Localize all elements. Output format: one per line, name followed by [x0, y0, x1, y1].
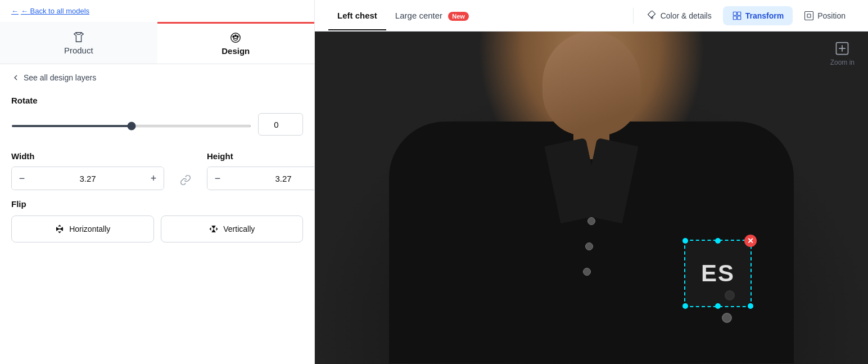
tab-product-label: Product — [64, 46, 93, 55]
height-group: Height − + — [207, 151, 315, 190]
rotate-input[interactable] — [258, 113, 303, 136]
placement-tab-left-chest[interactable]: Left chest — [328, 2, 386, 30]
tab-product[interactable]: Product — [0, 22, 157, 64]
flip-section: Flip Horizontally Vertically — [0, 199, 314, 254]
placement-tabs: Left chest Large center New — [328, 2, 629, 30]
dimensions-section: Width − + Height − — [0, 145, 314, 199]
canvas-area: ES ✕ Zoom in — [315, 32, 868, 364]
back-link-label: ← Back to all models — [21, 7, 89, 15]
height-decrement-button[interactable]: − — [207, 167, 228, 190]
chevron-left-icon — [11, 73, 20, 82]
tool-transform-label: Transform — [745, 11, 784, 20]
palette-icon — [229, 32, 242, 44]
zoom-in-icon — [834, 41, 850, 56]
svg-marker-6 — [211, 226, 216, 229]
svg-rect-8 — [733, 12, 736, 15]
rotate-section: Rotate — [0, 87, 314, 145]
design-layers-label: See all design layers — [24, 73, 96, 82]
position-icon — [804, 11, 814, 21]
new-badge: New — [448, 12, 469, 21]
svg-point-1 — [233, 36, 234, 38]
svg-marker-5 — [60, 227, 63, 231]
tool-tabs: Color & details Transform Position — [638, 6, 855, 25]
height-label: Height — [207, 151, 315, 161]
placement-tab-large-center[interactable]: Large center New — [386, 2, 478, 30]
rotate-slider-container — [11, 119, 251, 129]
design-layers-link[interactable]: See all design layers — [0, 64, 314, 87]
flip-horizontally-button[interactable]: Horizontally — [11, 215, 154, 242]
brush-icon — [647, 11, 657, 21]
svg-rect-10 — [737, 16, 740, 19]
zoom-in-label: Zoom in — [830, 59, 855, 66]
divider — [633, 8, 634, 24]
flip-vertically-label: Vertically — [223, 224, 255, 233]
left-chest-label: Left chest — [337, 11, 377, 20]
height-control: − + — [207, 167, 315, 190]
tab-design[interactable]: Design — [157, 22, 315, 64]
tool-position-label: Position — [817, 11, 846, 20]
width-label: Width — [11, 151, 164, 161]
right-top-bar: Left chest Large center New Color & deta… — [315, 0, 868, 32]
width-increment-button[interactable]: + — [143, 167, 164, 190]
rotate-label: Rotate — [11, 96, 303, 105]
svg-marker-4 — [56, 227, 60, 231]
width-value-input[interactable] — [32, 167, 143, 190]
svg-point-2 — [235, 35, 237, 37]
height-value-input[interactable] — [228, 167, 315, 190]
rotate-control — [11, 113, 303, 136]
main-tabs: Product Design — [0, 22, 314, 64]
right-panel: Left chest Large center New Color & deta… — [315, 0, 868, 364]
rotate-slider[interactable] — [11, 125, 251, 127]
svg-point-0 — [231, 33, 241, 43]
tool-color-label: Color & details — [661, 11, 712, 20]
width-decrement-button[interactable]: − — [12, 167, 32, 190]
left-panel: ← ← Back to all models Product Design — [0, 0, 315, 364]
flip-horizontally-label: Horizontally — [69, 224, 110, 233]
large-center-label: Large center — [395, 11, 442, 20]
back-arrow-icon: ← — [11, 7, 19, 15]
flip-horizontal-icon — [55, 224, 65, 234]
flip-vertically-button[interactable]: Vertically — [161, 215, 304, 242]
tool-tab-transform[interactable]: Transform — [723, 6, 793, 25]
svg-rect-12 — [805, 11, 813, 20]
tool-tab-color[interactable]: Color & details — [638, 6, 721, 25]
tab-design-label: Design — [221, 46, 250, 56]
link-dimensions-icon[interactable] — [175, 169, 196, 190]
transform-icon — [732, 11, 742, 21]
svg-marker-7 — [211, 229, 216, 232]
tool-tab-position[interactable]: Position — [795, 6, 855, 25]
width-group: Width − + — [11, 151, 164, 190]
width-control: − + — [11, 167, 164, 190]
svg-rect-13 — [807, 14, 811, 17]
svg-point-3 — [237, 36, 239, 38]
zoom-in-button[interactable]: Zoom in — [830, 41, 855, 66]
flip-label: Flip — [11, 199, 303, 209]
back-to-models-link[interactable]: ← ← Back to all models — [0, 0, 314, 22]
flip-vertical-icon — [209, 224, 219, 234]
flip-buttons: Horizontally Vertically — [11, 215, 303, 242]
svg-rect-11 — [733, 16, 736, 19]
svg-rect-9 — [737, 12, 740, 15]
wh-row: Width − + Height − — [11, 151, 303, 190]
person-background — [315, 32, 868, 364]
tshirt-icon — [73, 31, 85, 43]
